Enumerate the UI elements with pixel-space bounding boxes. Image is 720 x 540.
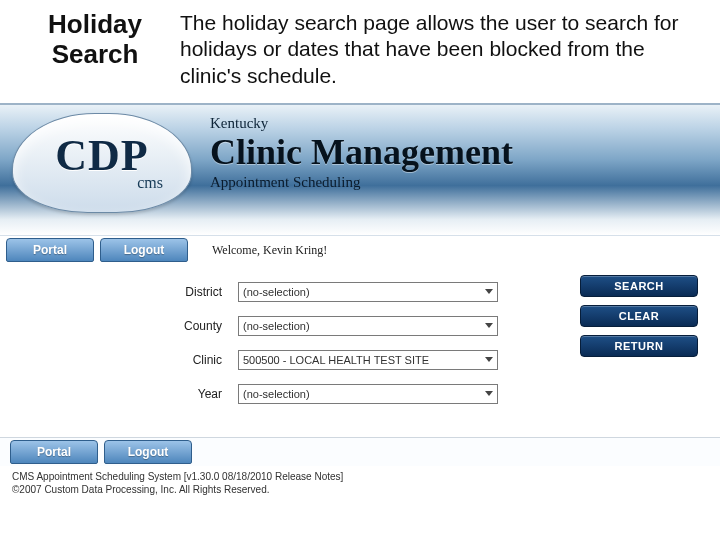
slide-title: Holiday Search — [20, 10, 170, 70]
action-buttons: SEARCH CLEAR RETURN — [580, 275, 698, 357]
slide-description: The holiday search page allows the user … — [170, 10, 700, 89]
district-value: (no-selection) — [243, 286, 310, 298]
banner-app-title: Clinic Management — [210, 134, 513, 170]
app-footer: Portal Logout CMS Appointment Scheduling… — [0, 437, 720, 496]
district-label: District — [18, 285, 238, 299]
footer-text: CMS Appointment Scheduling System [v1.30… — [0, 466, 720, 496]
slide-title-line1: Holiday — [48, 9, 142, 39]
search-button[interactable]: SEARCH — [580, 275, 698, 297]
footer-nav: Portal Logout — [0, 438, 720, 466]
county-label: County — [18, 319, 238, 333]
portal-button[interactable]: Portal — [6, 238, 94, 262]
banner-text: Kentucky Clinic Management Appointment S… — [210, 115, 513, 191]
footer-portal-label: Portal — [37, 445, 71, 459]
portal-label: Portal — [33, 243, 67, 257]
year-row: Year (no-selection) — [18, 379, 702, 409]
chevron-down-icon — [485, 323, 493, 328]
clinic-label: Clinic — [18, 353, 238, 367]
clear-button[interactable]: CLEAR — [580, 305, 698, 327]
app-logo: CDP cms — [12, 113, 192, 213]
year-select[interactable]: (no-selection) — [238, 384, 498, 404]
search-button-label: SEARCH — [614, 280, 663, 292]
welcome-text: Welcome, Kevin Kring! — [212, 243, 327, 258]
year-value: (no-selection) — [243, 388, 310, 400]
clinic-select[interactable]: 500500 - LOCAL HEALTH TEST SITE — [238, 350, 498, 370]
logo-main-text: CDP — [55, 134, 148, 178]
slide-header: Holiday Search The holiday search page a… — [0, 0, 720, 103]
chevron-down-icon — [485, 391, 493, 396]
banner-app-subtitle: Appointment Scheduling — [210, 174, 513, 191]
app-window: CDP cms Kentucky Clinic Management Appoi… — [0, 103, 720, 421]
top-nav: Portal Logout Welcome, Kevin Kring! — [0, 235, 720, 265]
logout-label: Logout — [124, 243, 165, 257]
chevron-down-icon — [485, 289, 493, 294]
chevron-down-icon — [485, 357, 493, 362]
banner-state: Kentucky — [210, 115, 513, 132]
county-select[interactable]: (no-selection) — [238, 316, 498, 336]
slide-title-line2: Search — [52, 39, 139, 69]
district-select[interactable]: (no-selection) — [238, 282, 498, 302]
app-banner: CDP cms Kentucky Clinic Management Appoi… — [0, 105, 720, 235]
return-button[interactable]: RETURN — [580, 335, 698, 357]
county-value: (no-selection) — [243, 320, 310, 332]
logout-button[interactable]: Logout — [100, 238, 188, 262]
search-form: District (no-selection) County (no-selec… — [0, 265, 720, 421]
footer-portal-button[interactable]: Portal — [10, 440, 98, 464]
footer-logout-label: Logout — [128, 445, 169, 459]
clear-button-label: CLEAR — [619, 310, 659, 322]
year-label: Year — [18, 387, 238, 401]
clinic-value: 500500 - LOCAL HEALTH TEST SITE — [243, 354, 429, 366]
footer-logout-button[interactable]: Logout — [104, 440, 192, 464]
logo-sub-text: cms — [137, 174, 191, 192]
footer-copyright: ©2007 Custom Data Processing, Inc. All R… — [12, 483, 720, 496]
return-button-label: RETURN — [615, 340, 664, 352]
footer-version: CMS Appointment Scheduling System [v1.30… — [12, 470, 720, 483]
